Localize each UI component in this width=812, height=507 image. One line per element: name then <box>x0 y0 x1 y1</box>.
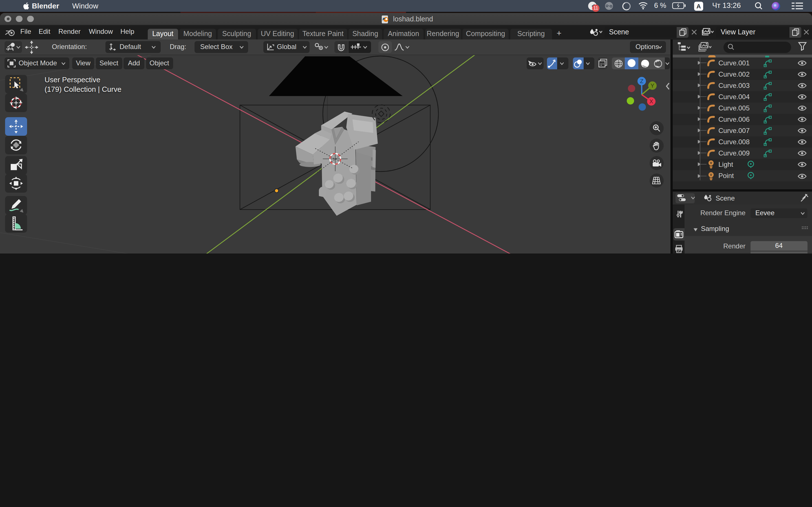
svg-text:X: X <box>649 98 653 105</box>
svg-text:Y: Y <box>650 82 654 89</box>
svg-text:Z: Z <box>640 78 643 84</box>
